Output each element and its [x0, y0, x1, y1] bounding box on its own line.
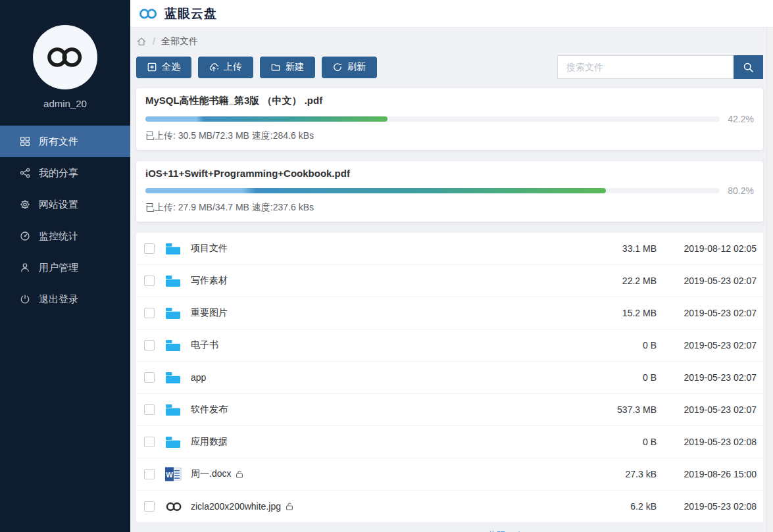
file-date: 2019-05-23 02:07	[657, 308, 757, 318]
table-row: 重要图片 15.2 MB 2019-05-23 02:07	[136, 297, 763, 329]
file-date: 2019-05-23 02:07	[657, 372, 757, 383]
sidebar-item-label: 退出登录	[39, 293, 78, 306]
sidebar-item-label: 监控统计	[39, 230, 78, 243]
toolbar: 全选 上传 新建 刷新	[136, 55, 763, 79]
file-size: 537.3 MB	[584, 404, 657, 415]
file-name[interactable]: 项目文件	[191, 243, 228, 254]
row-checkbox[interactable]	[144, 469, 155, 479]
table-row: 项目文件 33.1 MB 2019-08-12 02:05	[136, 233, 763, 265]
grid-icon	[20, 136, 30, 147]
row-checkbox[interactable]	[144, 372, 155, 383]
upload-percent: 80.2%	[720, 185, 754, 196]
folder-icon	[165, 306, 183, 320]
folder-icon	[165, 274, 183, 287]
table-row: zicla200x200white.jpg 6.2 kB 2019-05-23 …	[136, 491, 763, 523]
sidebar-item-monitoring[interactable]: 监控统计	[0, 220, 130, 252]
search-button[interactable]	[734, 55, 763, 79]
file-date: 2019-05-23 02:07	[657, 276, 757, 286]
brand-logo-icon	[138, 8, 159, 20]
unlock-icon	[286, 502, 293, 510]
refresh-icon	[333, 62, 342, 72]
table-row: 应用数据 0 B 2019-05-23 02:08	[136, 426, 763, 458]
file-date: 2019-05-23 02:08	[657, 437, 757, 447]
file-size: 27.3 kB	[584, 469, 657, 479]
breadcrumb-separator: /	[153, 36, 155, 47]
file-date: 2019-05-23 02:07	[657, 340, 757, 351]
upload-card: iOS+11+Swift+Programming+Cookbook.pdf 80…	[136, 161, 763, 222]
file-name[interactable]: 重要图片	[191, 307, 228, 319]
power-icon	[20, 294, 30, 304]
row-checkbox[interactable]	[144, 276, 155, 286]
file-name[interactable]: 应用数据	[191, 436, 228, 448]
file-name[interactable]: 写作素材	[191, 275, 228, 287]
search-input[interactable]	[557, 55, 734, 79]
file-name[interactable]: 周一.docx	[191, 468, 243, 480]
file-date: 2019-05-23 02:07	[657, 404, 757, 415]
upload-button[interactable]: 上传	[198, 57, 253, 78]
app-title: 蓝眼云盘	[164, 5, 217, 22]
upload-filename: MySQL高性能书籍_第3版 （中文） .pdf	[145, 95, 754, 107]
file-size: 0 B	[584, 437, 657, 447]
table-row: 软件发布 537.3 MB 2019-05-23 02:07	[136, 394, 763, 426]
table-row: app 0 B 2019-05-23 02:07	[136, 362, 763, 394]
breadcrumb-current[interactable]: 全部文件	[161, 36, 198, 47]
file-size: 33.1 MB	[584, 243, 657, 254]
upload-progress-fill	[145, 116, 387, 122]
folder-icon	[165, 242, 183, 255]
row-checkbox[interactable]	[144, 243, 155, 254]
row-checkbox[interactable]	[144, 501, 155, 512]
file-date: 2019-08-12 02:05	[657, 243, 757, 254]
sidebar-item-user-management[interactable]: 用户管理	[0, 252, 130, 283]
file-size: 15.2 MB	[584, 308, 657, 318]
upload-status: 已上传: 30.5 MB/72.3 MB 速度:284.6 kBs	[145, 130, 754, 142]
word-file-icon	[165, 467, 183, 481]
file-name[interactable]: 电子书	[191, 339, 218, 351]
sidebar-item-label: 网站设置	[39, 199, 78, 211]
sidebar-item-all-files[interactable]: 所有文件	[0, 126, 130, 157]
file-size: 0 B	[584, 340, 657, 351]
file-name[interactable]: app	[191, 372, 206, 383]
upload-filename: iOS+11+Swift+Programming+Cookbook.pdf	[145, 168, 754, 179]
sidebar: admin_20 所有文件 我的分享 网站设置	[0, 0, 130, 532]
upload-status: 已上传: 27.9 MB/34.7 MB 速度:237.6 kBs	[145, 202, 754, 214]
table-row: 电子书 0 B 2019-05-23 02:07	[136, 329, 763, 362]
brand-rings-icon	[45, 45, 86, 69]
select-all-button[interactable]: 全选	[136, 57, 191, 78]
row-checkbox[interactable]	[144, 437, 155, 447]
folder-outline-icon	[271, 62, 280, 72]
file-size: 6.2 kB	[584, 501, 657, 512]
share-icon	[20, 168, 30, 178]
upload-progress-fill	[145, 188, 606, 193]
sidebar-item-logout[interactable]: 退出登录	[0, 283, 130, 315]
file-size: 0 B	[584, 372, 657, 383]
table-row: 写作素材 22.2 MB 2019-05-23 02:07	[136, 265, 763, 297]
username: admin_20	[0, 98, 130, 109]
sidebar-menu: 所有文件 我的分享 网站设置 监控统计 用户管理	[0, 126, 130, 315]
sidebar-item-my-shares[interactable]: 我的分享	[0, 157, 130, 189]
avatar[interactable]	[33, 25, 97, 89]
breadcrumb: / 全部文件	[136, 28, 763, 55]
refresh-button[interactable]: 刷新	[322, 57, 377, 78]
file-name[interactable]: zicla200x200white.jpg	[191, 501, 293, 512]
folder-icon	[165, 403, 183, 416]
sidebar-item-site-settings[interactable]: 网站设置	[0, 189, 130, 220]
file-list: 项目文件 33.1 MB 2019-08-12 02:05 写作素材 22.2 …	[136, 233, 763, 523]
table-row: 周一.docx 27.3 kB 2019-08-26 15:00	[136, 458, 763, 491]
app-header: 蓝眼云盘	[130, 0, 773, 28]
row-checkbox[interactable]	[144, 308, 155, 318]
file-size: 22.2 MB	[584, 276, 657, 286]
scrollbar[interactable]	[766, 28, 773, 532]
row-checkbox[interactable]	[144, 340, 155, 351]
row-checkbox[interactable]	[144, 404, 155, 415]
home-icon[interactable]	[136, 36, 147, 47]
upload-percent: 42.2%	[720, 114, 754, 124]
logo-image-icon	[165, 502, 183, 512]
sidebar-item-label: 我的分享	[39, 167, 78, 180]
upload-progress-track	[145, 188, 720, 193]
folder-icon	[165, 339, 183, 352]
gear-icon	[20, 199, 30, 210]
search-icon	[743, 62, 754, 73]
sidebar-item-label: 所有文件	[39, 135, 78, 148]
file-name[interactable]: 软件发布	[191, 404, 228, 416]
new-folder-button[interactable]: 新建	[260, 57, 315, 78]
